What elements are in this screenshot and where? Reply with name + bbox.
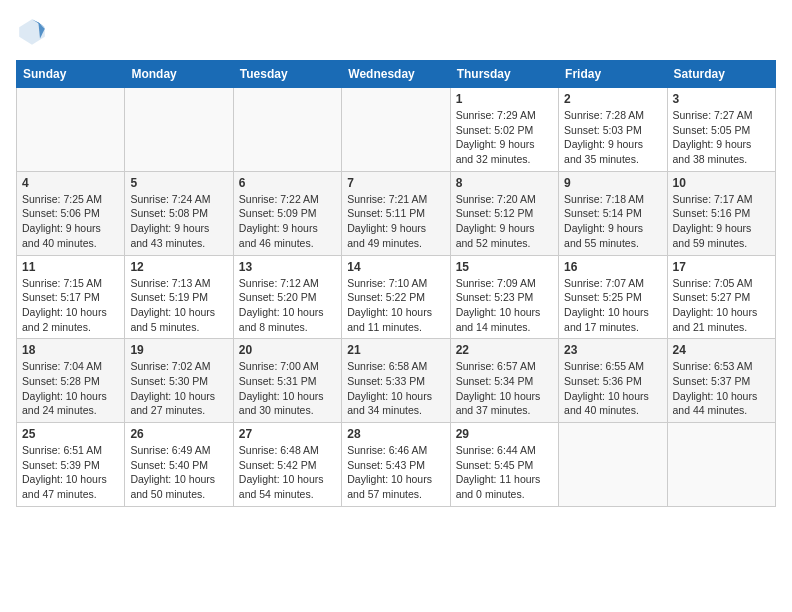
day-detail: Sunrise: 6:44 AM Sunset: 5:45 PM Dayligh… bbox=[456, 443, 553, 502]
calendar-cell: 29Sunrise: 6:44 AM Sunset: 5:45 PM Dayli… bbox=[450, 423, 558, 507]
calendar-week-row: 1Sunrise: 7:29 AM Sunset: 5:02 PM Daylig… bbox=[17, 88, 776, 172]
calendar-cell: 11Sunrise: 7:15 AM Sunset: 5:17 PM Dayli… bbox=[17, 255, 125, 339]
day-detail: Sunrise: 7:24 AM Sunset: 5:08 PM Dayligh… bbox=[130, 192, 227, 251]
day-number: 29 bbox=[456, 427, 553, 441]
day-number: 8 bbox=[456, 176, 553, 190]
day-number: 13 bbox=[239, 260, 336, 274]
logo bbox=[16, 16, 52, 48]
calendar-week-row: 11Sunrise: 7:15 AM Sunset: 5:17 PM Dayli… bbox=[17, 255, 776, 339]
day-number: 21 bbox=[347, 343, 444, 357]
day-detail: Sunrise: 6:55 AM Sunset: 5:36 PM Dayligh… bbox=[564, 359, 661, 418]
calendar-cell: 20Sunrise: 7:00 AM Sunset: 5:31 PM Dayli… bbox=[233, 339, 341, 423]
calendar-table: SundayMondayTuesdayWednesdayThursdayFrid… bbox=[16, 60, 776, 507]
calendar-cell: 9Sunrise: 7:18 AM Sunset: 5:14 PM Daylig… bbox=[559, 171, 667, 255]
day-number: 25 bbox=[22, 427, 119, 441]
day-number: 19 bbox=[130, 343, 227, 357]
calendar-cell: 15Sunrise: 7:09 AM Sunset: 5:23 PM Dayli… bbox=[450, 255, 558, 339]
calendar-header: SundayMondayTuesdayWednesdayThursdayFrid… bbox=[17, 61, 776, 88]
day-number: 27 bbox=[239, 427, 336, 441]
calendar-cell: 2Sunrise: 7:28 AM Sunset: 5:03 PM Daylig… bbox=[559, 88, 667, 172]
day-number: 28 bbox=[347, 427, 444, 441]
day-number: 9 bbox=[564, 176, 661, 190]
day-number: 22 bbox=[456, 343, 553, 357]
day-detail: Sunrise: 7:21 AM Sunset: 5:11 PM Dayligh… bbox=[347, 192, 444, 251]
day-detail: Sunrise: 6:57 AM Sunset: 5:34 PM Dayligh… bbox=[456, 359, 553, 418]
day-detail: Sunrise: 6:51 AM Sunset: 5:39 PM Dayligh… bbox=[22, 443, 119, 502]
calendar-cell: 14Sunrise: 7:10 AM Sunset: 5:22 PM Dayli… bbox=[342, 255, 450, 339]
day-detail: Sunrise: 7:12 AM Sunset: 5:20 PM Dayligh… bbox=[239, 276, 336, 335]
calendar-cell: 8Sunrise: 7:20 AM Sunset: 5:12 PM Daylig… bbox=[450, 171, 558, 255]
calendar-cell: 28Sunrise: 6:46 AM Sunset: 5:43 PM Dayli… bbox=[342, 423, 450, 507]
calendar-cell: 17Sunrise: 7:05 AM Sunset: 5:27 PM Dayli… bbox=[667, 255, 775, 339]
day-detail: Sunrise: 7:25 AM Sunset: 5:06 PM Dayligh… bbox=[22, 192, 119, 251]
calendar-week-row: 18Sunrise: 7:04 AM Sunset: 5:28 PM Dayli… bbox=[17, 339, 776, 423]
calendar-cell: 7Sunrise: 7:21 AM Sunset: 5:11 PM Daylig… bbox=[342, 171, 450, 255]
day-detail: Sunrise: 7:05 AM Sunset: 5:27 PM Dayligh… bbox=[673, 276, 770, 335]
header-tuesday: Tuesday bbox=[233, 61, 341, 88]
day-detail: Sunrise: 7:20 AM Sunset: 5:12 PM Dayligh… bbox=[456, 192, 553, 251]
day-detail: Sunrise: 7:22 AM Sunset: 5:09 PM Dayligh… bbox=[239, 192, 336, 251]
day-detail: Sunrise: 6:49 AM Sunset: 5:40 PM Dayligh… bbox=[130, 443, 227, 502]
day-detail: Sunrise: 7:02 AM Sunset: 5:30 PM Dayligh… bbox=[130, 359, 227, 418]
page-header bbox=[16, 16, 776, 48]
calendar-body: 1Sunrise: 7:29 AM Sunset: 5:02 PM Daylig… bbox=[17, 88, 776, 507]
day-number: 17 bbox=[673, 260, 770, 274]
day-number: 26 bbox=[130, 427, 227, 441]
calendar-cell bbox=[342, 88, 450, 172]
day-number: 23 bbox=[564, 343, 661, 357]
day-detail: Sunrise: 7:00 AM Sunset: 5:31 PM Dayligh… bbox=[239, 359, 336, 418]
day-number: 5 bbox=[130, 176, 227, 190]
calendar-cell: 3Sunrise: 7:27 AM Sunset: 5:05 PM Daylig… bbox=[667, 88, 775, 172]
header-sunday: Sunday bbox=[17, 61, 125, 88]
day-number: 3 bbox=[673, 92, 770, 106]
day-detail: Sunrise: 7:27 AM Sunset: 5:05 PM Dayligh… bbox=[673, 108, 770, 167]
calendar-cell: 1Sunrise: 7:29 AM Sunset: 5:02 PM Daylig… bbox=[450, 88, 558, 172]
calendar-cell: 10Sunrise: 7:17 AM Sunset: 5:16 PM Dayli… bbox=[667, 171, 775, 255]
day-number: 2 bbox=[564, 92, 661, 106]
calendar-cell: 25Sunrise: 6:51 AM Sunset: 5:39 PM Dayli… bbox=[17, 423, 125, 507]
header-friday: Friday bbox=[559, 61, 667, 88]
calendar-cell: 4Sunrise: 7:25 AM Sunset: 5:06 PM Daylig… bbox=[17, 171, 125, 255]
calendar-cell: 5Sunrise: 7:24 AM Sunset: 5:08 PM Daylig… bbox=[125, 171, 233, 255]
logo-icon bbox=[16, 16, 48, 48]
day-detail: Sunrise: 7:09 AM Sunset: 5:23 PM Dayligh… bbox=[456, 276, 553, 335]
day-detail: Sunrise: 7:15 AM Sunset: 5:17 PM Dayligh… bbox=[22, 276, 119, 335]
calendar-cell: 26Sunrise: 6:49 AM Sunset: 5:40 PM Dayli… bbox=[125, 423, 233, 507]
day-number: 12 bbox=[130, 260, 227, 274]
calendar-cell: 13Sunrise: 7:12 AM Sunset: 5:20 PM Dayli… bbox=[233, 255, 341, 339]
day-detail: Sunrise: 6:53 AM Sunset: 5:37 PM Dayligh… bbox=[673, 359, 770, 418]
calendar-cell bbox=[17, 88, 125, 172]
header-saturday: Saturday bbox=[667, 61, 775, 88]
day-number: 15 bbox=[456, 260, 553, 274]
calendar-cell: 21Sunrise: 6:58 AM Sunset: 5:33 PM Dayli… bbox=[342, 339, 450, 423]
day-number: 14 bbox=[347, 260, 444, 274]
day-detail: Sunrise: 6:46 AM Sunset: 5:43 PM Dayligh… bbox=[347, 443, 444, 502]
day-detail: Sunrise: 7:29 AM Sunset: 5:02 PM Dayligh… bbox=[456, 108, 553, 167]
header-thursday: Thursday bbox=[450, 61, 558, 88]
calendar-cell: 6Sunrise: 7:22 AM Sunset: 5:09 PM Daylig… bbox=[233, 171, 341, 255]
day-detail: Sunrise: 6:48 AM Sunset: 5:42 PM Dayligh… bbox=[239, 443, 336, 502]
calendar-week-row: 25Sunrise: 6:51 AM Sunset: 5:39 PM Dayli… bbox=[17, 423, 776, 507]
calendar-cell: 24Sunrise: 6:53 AM Sunset: 5:37 PM Dayli… bbox=[667, 339, 775, 423]
calendar-cell bbox=[233, 88, 341, 172]
day-number: 4 bbox=[22, 176, 119, 190]
calendar-cell: 16Sunrise: 7:07 AM Sunset: 5:25 PM Dayli… bbox=[559, 255, 667, 339]
day-detail: Sunrise: 7:17 AM Sunset: 5:16 PM Dayligh… bbox=[673, 192, 770, 251]
calendar-week-row: 4Sunrise: 7:25 AM Sunset: 5:06 PM Daylig… bbox=[17, 171, 776, 255]
calendar-cell: 23Sunrise: 6:55 AM Sunset: 5:36 PM Dayli… bbox=[559, 339, 667, 423]
calendar-cell bbox=[125, 88, 233, 172]
calendar-cell: 27Sunrise: 6:48 AM Sunset: 5:42 PM Dayli… bbox=[233, 423, 341, 507]
day-detail: Sunrise: 7:13 AM Sunset: 5:19 PM Dayligh… bbox=[130, 276, 227, 335]
day-number: 24 bbox=[673, 343, 770, 357]
day-detail: Sunrise: 7:28 AM Sunset: 5:03 PM Dayligh… bbox=[564, 108, 661, 167]
calendar-cell bbox=[559, 423, 667, 507]
day-detail: Sunrise: 6:58 AM Sunset: 5:33 PM Dayligh… bbox=[347, 359, 444, 418]
days-of-week-row: SundayMondayTuesdayWednesdayThursdayFrid… bbox=[17, 61, 776, 88]
day-detail: Sunrise: 7:04 AM Sunset: 5:28 PM Dayligh… bbox=[22, 359, 119, 418]
header-wednesday: Wednesday bbox=[342, 61, 450, 88]
day-number: 1 bbox=[456, 92, 553, 106]
calendar-cell: 12Sunrise: 7:13 AM Sunset: 5:19 PM Dayli… bbox=[125, 255, 233, 339]
day-number: 10 bbox=[673, 176, 770, 190]
day-detail: Sunrise: 7:18 AM Sunset: 5:14 PM Dayligh… bbox=[564, 192, 661, 251]
calendar-cell: 22Sunrise: 6:57 AM Sunset: 5:34 PM Dayli… bbox=[450, 339, 558, 423]
